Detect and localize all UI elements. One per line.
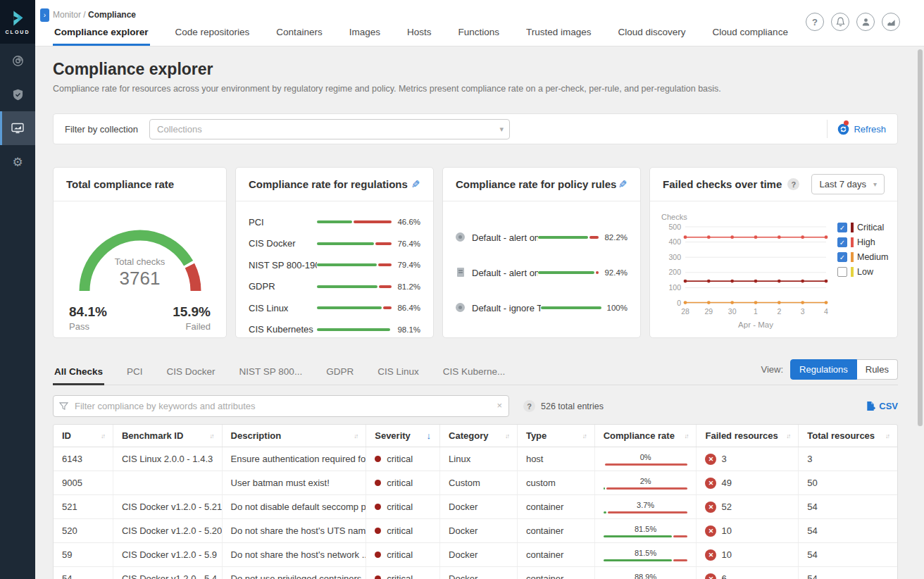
svg-text:29: 29 xyxy=(704,307,713,316)
table-row[interactable]: 54CIS Docker v1.2.0 - 5.4Do not use priv… xyxy=(54,567,897,579)
sidebar-item-monitor[interactable] xyxy=(0,111,35,145)
legend-item-medium[interactable]: ✓Medium xyxy=(837,252,888,262)
checks-tab-cis-kuberne[interactable]: CIS Kuberne... xyxy=(442,362,507,385)
clear-filter-icon[interactable]: × xyxy=(497,400,502,411)
severity-dot xyxy=(375,528,381,534)
legend-item-critical[interactable]: ✓Critical xyxy=(837,223,888,232)
checkbox[interactable] xyxy=(837,267,847,277)
regulation-row[interactable]: CIS Kubernetes98.1% xyxy=(249,319,420,339)
bell-icon[interactable] xyxy=(831,13,849,31)
regulation-row[interactable]: GDPR81.2% xyxy=(249,276,420,298)
svg-text:Apr - May: Apr - May xyxy=(738,320,773,329)
cell-id: 59 xyxy=(54,543,113,566)
policy-rule-row[interactable]: Default - alert on c...82.2% xyxy=(456,220,628,255)
table-row[interactable]: 9005User batman must exist!criticalCusto… xyxy=(54,471,897,495)
checks-tab-gdpr[interactable]: GDPR xyxy=(325,362,355,385)
cell-description: Do not share the host's network ... xyxy=(223,543,367,566)
cell-total-resources: 54 xyxy=(799,495,897,518)
compliance-filter-input[interactable] xyxy=(53,395,509,417)
failed-checks-chart: 50040030020010002829301234Apr - May xyxy=(660,223,837,332)
checks-tab-pci[interactable]: PCI xyxy=(125,362,144,385)
csv-export-button[interactable]: CSV xyxy=(866,401,898,411)
checkbox[interactable]: ✓ xyxy=(837,252,847,262)
checks-tab-nist-sp-800[interactable]: NIST SP 800... xyxy=(238,362,304,385)
column-header-id[interactable]: ID↓↑ xyxy=(54,425,113,447)
cell-description: User batman must exist! xyxy=(223,471,367,494)
pass-stat: 84.1% Pass xyxy=(69,304,107,332)
checks-tab-all-checks[interactable]: All Checks xyxy=(53,362,104,385)
checkbox[interactable]: ✓ xyxy=(837,237,847,247)
column-header-compliance-rate[interactable]: Compliance rate↓↑ xyxy=(595,425,697,447)
compliance-bar xyxy=(317,220,392,223)
sidebar-item-defend[interactable] xyxy=(0,77,35,111)
help-icon[interactable]: ? xyxy=(806,13,824,31)
failed-icon: ✕ xyxy=(705,478,716,489)
table-row[interactable]: 6143CIS Linux 2.0.0 - 1.4.3Ensure authen… xyxy=(54,447,897,471)
column-header-type[interactable]: Type↓↑ xyxy=(518,425,595,447)
svg-text:300: 300 xyxy=(668,253,681,261)
cell-total-resources: 54 xyxy=(799,543,897,566)
help-icon[interactable]: ? xyxy=(523,400,535,412)
tab-cloud-compliance[interactable]: Cloud compliance xyxy=(711,23,789,46)
cell-compliance-rate: 81.5% xyxy=(595,519,697,542)
edit-icon[interactable]: ✎ xyxy=(411,178,420,191)
view-option-rules[interactable]: Rules xyxy=(857,359,898,380)
sidebar-item-manage[interactable]: ⚙ xyxy=(0,145,35,179)
legend-label: Critical xyxy=(857,223,884,232)
legend-item-low[interactable]: Low xyxy=(837,267,888,277)
card-title: Compliance rate for policy rules xyxy=(456,178,616,190)
column-header-benchmark-id[interactable]: Benchmark ID↓↑ xyxy=(113,425,223,447)
view-option-regulations[interactable]: Regulations xyxy=(790,359,857,380)
total-entries: 526 total entries xyxy=(541,401,604,411)
cell-severity: critical xyxy=(366,543,440,566)
cell-category: Docker xyxy=(440,543,518,566)
tab-compliance-explorer[interactable]: Compliance explorer xyxy=(53,23,150,46)
policy-rule-row[interactable]: Default - alert on c...92.4% xyxy=(456,255,628,290)
policy-rule-name: Default - alert on c... xyxy=(472,232,538,243)
cell-category: Custom xyxy=(440,471,518,494)
checks-tab-cis-linux[interactable]: CIS Linux xyxy=(376,362,420,385)
compliance-bar xyxy=(538,236,599,239)
checks-tab-cis-docker[interactable]: CIS Docker xyxy=(166,362,217,385)
table-row[interactable]: 59CIS Docker v1.2.0 - 5.9Do not share th… xyxy=(54,543,897,567)
breadcrumb-section[interactable]: Monitor xyxy=(53,10,81,20)
tab-hosts[interactable]: Hosts xyxy=(406,23,433,46)
regulation-row[interactable]: PCI46.6% xyxy=(249,211,420,233)
legend-swatch xyxy=(851,237,854,247)
policy-rule-row[interactable]: Default - ignore T...100% xyxy=(456,290,628,325)
stats-icon[interactable] xyxy=(882,13,900,31)
tab-trusted-images[interactable]: Trusted images xyxy=(525,23,593,46)
cell-id: 9005 xyxy=(54,471,113,494)
tab-functions[interactable]: Functions xyxy=(456,23,501,46)
tab-containers[interactable]: Containers xyxy=(275,23,323,46)
column-header-severity[interactable]: Severity↓ xyxy=(366,425,440,447)
regulation-row[interactable]: CIS Docker76.4% xyxy=(249,233,420,255)
edit-icon[interactable]: ✎ xyxy=(618,178,628,191)
column-header-category[interactable]: Category↓↑ xyxy=(440,425,518,447)
refresh-button[interactable]: Refresh xyxy=(837,123,886,135)
user-icon[interactable] xyxy=(856,13,875,31)
cell-type: container xyxy=(518,543,595,566)
table-row[interactable]: 520CIS Docker v1.2.0 - 5.20Do not share … xyxy=(54,519,897,543)
legend-item-high[interactable]: ✓High xyxy=(837,237,888,247)
tab-cloud-discovery[interactable]: Cloud discovery xyxy=(617,23,687,46)
page-scrollbar[interactable] xyxy=(918,49,923,426)
help-icon[interactable]: ? xyxy=(787,178,799,190)
time-range-select[interactable]: Last 7 days▾ xyxy=(811,174,885,194)
regulation-row[interactable]: NIST SP 800-19079.4% xyxy=(249,254,420,276)
sidebar-item-radars[interactable] xyxy=(0,44,35,77)
regulation-row[interactable]: CIS Linux86.4% xyxy=(249,297,420,319)
cell-type: container xyxy=(518,495,595,518)
column-header-failed-resources[interactable]: Failed resources↓↑ xyxy=(697,425,799,447)
tab-code-repositories[interactable]: Code repositories xyxy=(174,23,251,46)
column-header-description[interactable]: Description↓↑ xyxy=(223,425,367,447)
view-label: View: xyxy=(761,364,784,375)
checkbox[interactable]: ✓ xyxy=(837,223,847,232)
failed-icon: ✕ xyxy=(705,502,716,513)
table-row[interactable]: 521CIS Docker v1.2.0 - 5.21Do not disabl… xyxy=(54,495,897,519)
sidebar-expand-button[interactable]: › xyxy=(40,8,49,22)
collections-input[interactable] xyxy=(149,119,510,139)
tab-images[interactable]: Images xyxy=(348,23,382,46)
svg-text:400: 400 xyxy=(668,237,681,246)
column-header-total-resources[interactable]: Total resources↓↑ xyxy=(799,425,897,447)
